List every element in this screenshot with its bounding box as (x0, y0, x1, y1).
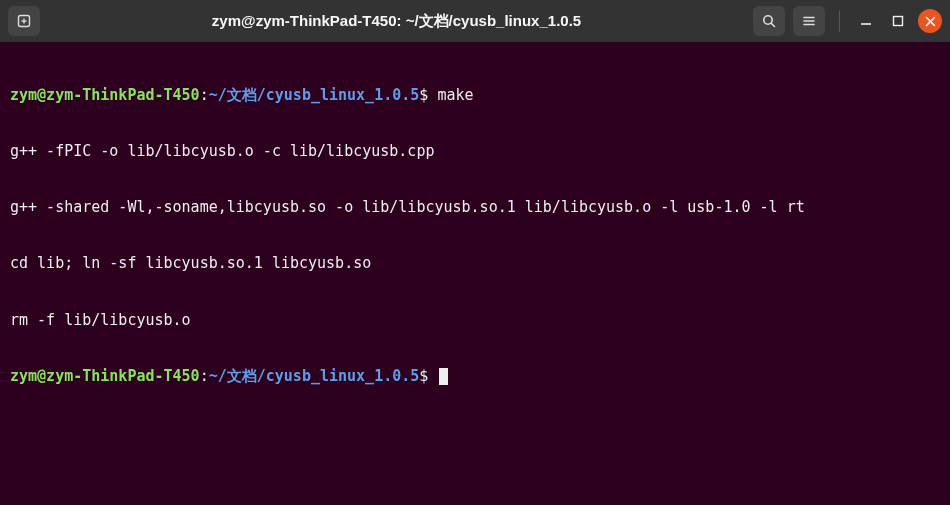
titlebar-divider (839, 10, 840, 32)
new-tab-button[interactable] (8, 6, 40, 36)
search-button[interactable] (753, 6, 785, 36)
terminal-output: g++ -shared -Wl,-soname,libcyusb.so -o l… (10, 198, 940, 217)
prompt-dollar: $ (419, 367, 428, 385)
minimize-button[interactable] (854, 9, 878, 33)
window-title: zym@zym-ThinkPad-T450: ~/文档/cyusb_linux_… (48, 12, 745, 31)
prompt-colon: : (200, 367, 209, 385)
maximize-button[interactable] (886, 9, 910, 33)
prompt-dollar: $ (419, 86, 428, 104)
prompt-path: ~/文档/cyusb_linux_1.0.5 (209, 367, 420, 385)
titlebar-right (753, 6, 942, 36)
new-tab-icon (16, 13, 32, 29)
prompt-colon: : (200, 86, 209, 104)
close-button[interactable] (918, 9, 942, 33)
cursor (439, 368, 448, 385)
terminal-line: zym@zym-ThinkPad-T450:~/文档/cyusb_linux_1… (10, 86, 940, 105)
command-text: make (437, 86, 473, 104)
prompt-user: zym@zym-ThinkPad-T450 (10, 86, 200, 104)
terminal-output: cd lib; ln -sf libcyusb.so.1 libcyusb.so (10, 254, 940, 273)
svg-rect-9 (894, 17, 903, 26)
terminal-line: zym@zym-ThinkPad-T450:~/文档/cyusb_linux_1… (10, 367, 940, 386)
search-icon (761, 13, 777, 29)
menu-button[interactable] (793, 6, 825, 36)
terminal-area[interactable]: zym@zym-ThinkPad-T450:~/文档/cyusb_linux_1… (0, 42, 950, 410)
titlebar-left (8, 6, 40, 36)
svg-line-4 (771, 23, 774, 26)
terminal-output: rm -f lib/libcyusb.o (10, 311, 940, 330)
terminal-output: g++ -fPIC -o lib/libcyusb.o -c lib/libcy… (10, 142, 940, 161)
prompt-path: ~/文档/cyusb_linux_1.0.5 (209, 86, 420, 104)
minimize-icon (860, 15, 872, 27)
close-icon (925, 16, 936, 27)
prompt-user: zym@zym-ThinkPad-T450 (10, 367, 200, 385)
maximize-icon (892, 15, 904, 27)
hamburger-icon (801, 13, 817, 29)
titlebar: zym@zym-ThinkPad-T450: ~/文档/cyusb_linux_… (0, 0, 950, 42)
